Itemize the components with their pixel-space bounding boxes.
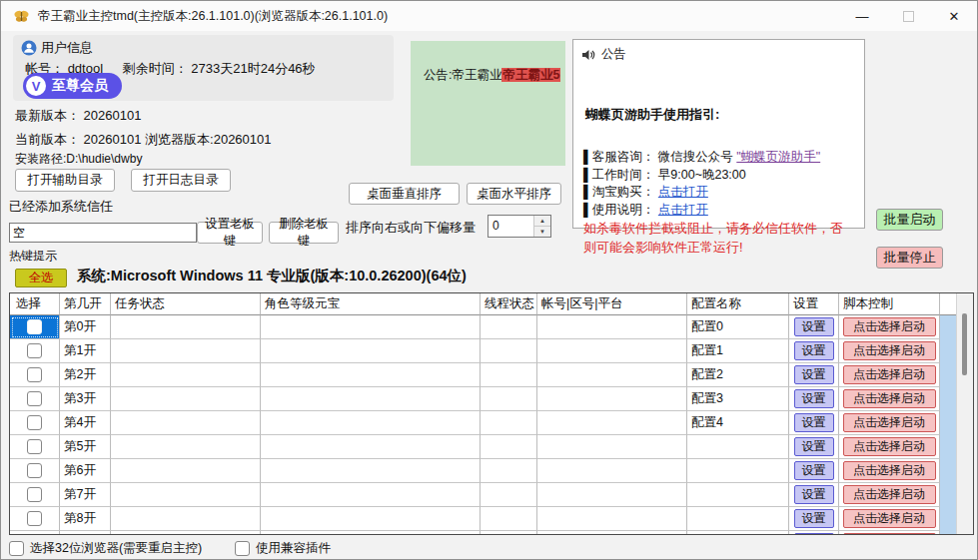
- row-index-label: 第8开: [60, 507, 111, 531]
- delete-boss-key-button[interactable]: 删除老板键: [269, 222, 339, 244]
- row-script-button[interactable]: 点击选择启动: [843, 509, 936, 528]
- row-script-button[interactable]: 点击选择启动: [843, 341, 936, 360]
- wechat-account-link[interactable]: "蝴蝶页游助手": [736, 150, 820, 164]
- minimize-button[interactable]: —: [839, 1, 885, 31]
- row-settings-button[interactable]: 设置: [794, 509, 834, 528]
- window-title: 帝王霸业主控tmd(主控版本:26.1.101.0)(浏览器版本:26.1.10…: [38, 8, 388, 25]
- row-task-status: [111, 459, 261, 483]
- announcement-title: 公告: [601, 46, 626, 63]
- row-script-button[interactable]: 点击选择启动: [843, 365, 936, 384]
- spinner-down-icon[interactable]: ▼: [534, 227, 550, 237]
- header-filler: [940, 293, 957, 315]
- open-assist-dir-button[interactable]: 打开辅助目录: [15, 169, 115, 192]
- row-thread-status: [481, 387, 537, 411]
- row-settings-button[interactable]: 设置: [794, 317, 834, 336]
- row-index-label: 第2开: [60, 363, 111, 387]
- row-script-button[interactable]: 点击选择启动: [843, 533, 936, 535]
- row-checkbox[interactable]: [27, 343, 42, 358]
- row-select-cell[interactable]: [10, 483, 60, 507]
- manual-open-link[interactable]: 点击打开: [658, 203, 708, 217]
- row-select-cell[interactable]: [10, 363, 60, 387]
- batch-start-button[interactable]: 批量启动: [876, 209, 943, 231]
- row-settings-button[interactable]: 设置: [794, 389, 834, 408]
- row-select-cell[interactable]: [10, 387, 60, 411]
- boss-key-input[interactable]: [9, 223, 197, 243]
- row-checkbox[interactable]: [27, 391, 42, 406]
- row-settings-button[interactable]: 设置: [794, 413, 834, 432]
- browser-32bit-checkbox[interactable]: [9, 541, 24, 556]
- row-checkbox[interactable]: [27, 511, 42, 526]
- row-role-level: [261, 411, 481, 435]
- select-all-button[interactable]: 全选: [15, 269, 67, 287]
- row-select-cell[interactable]: [10, 459, 60, 483]
- column-header: 角色等级元宝: [261, 293, 481, 315]
- row-settings-button[interactable]: 设置: [794, 485, 834, 504]
- maximize-button[interactable]: [885, 1, 931, 31]
- row-config-name: [687, 531, 789, 535]
- close-button[interactable]: ✕: [931, 1, 977, 31]
- row-filler: [940, 339, 957, 363]
- row-account: [537, 435, 687, 459]
- row-script-button[interactable]: 点击选择启动: [843, 485, 936, 504]
- row-select-cell[interactable]: [10, 411, 60, 435]
- browser-32bit-option[interactable]: 选择32位浏览器(需要重启主控): [9, 540, 202, 557]
- instance-table: 选择第几开任务状态角色等级元宝线程状态帐号|区号|平台配置名称设置脚本控制 第0…: [9, 292, 974, 535]
- table-row: 第2开 配置2 设置 点击选择启动: [10, 363, 957, 387]
- remaining-time-value: 2733天21时24分46秒: [191, 61, 315, 76]
- column-header: 第几开: [60, 293, 111, 315]
- row-index-label: 第0开: [60, 315, 111, 339]
- row-settings-button[interactable]: 设置: [794, 365, 834, 384]
- compat-plugin-checkbox[interactable]: [235, 541, 250, 556]
- user-icon: [21, 40, 37, 56]
- row-task-status: [111, 411, 261, 435]
- row-checkbox[interactable]: [27, 367, 42, 382]
- row-index-label: 第6开: [60, 459, 111, 483]
- row-task-status: [111, 483, 261, 507]
- row-settings-button[interactable]: 设置: [794, 437, 834, 456]
- row-thread-status: [481, 411, 537, 435]
- set-boss-key-button[interactable]: 设置老板键: [197, 222, 263, 244]
- row-filler: [940, 483, 957, 507]
- row-account: [537, 339, 687, 363]
- row-script-button[interactable]: 点击选择启动: [843, 437, 936, 456]
- row-account: [537, 387, 687, 411]
- row-script-button[interactable]: 点击选择启动: [843, 389, 936, 408]
- row-checkbox[interactable]: [27, 487, 42, 502]
- sort-offset-spinner[interactable]: 0 ▲ ▼: [488, 215, 551, 238]
- row-select-cell[interactable]: [10, 507, 60, 531]
- row-settings-button[interactable]: 设置: [794, 461, 834, 480]
- row-settings-button[interactable]: 设置: [794, 341, 834, 360]
- column-header: 设置: [789, 293, 839, 315]
- scrollbar-thumb[interactable]: [962, 313, 967, 375]
- row-thread-status: [481, 531, 537, 535]
- row-script-button[interactable]: 点击选择启动: [843, 413, 936, 432]
- table-scrollbar[interactable]: [956, 293, 973, 534]
- antivirus-warning-text: 如杀毒软件拦截或阻止，请务必信任软件，否则可能会影响软件正常运行!: [583, 219, 855, 257]
- spinner-up-icon[interactable]: ▲: [534, 216, 550, 227]
- work-time-line: ▌工作时间： 早9:00~晚23:00: [583, 167, 820, 185]
- row-select-cell[interactable]: [10, 339, 60, 363]
- row-filler: [940, 531, 957, 535]
- row-select-cell[interactable]: [10, 315, 60, 339]
- row-script-button[interactable]: 点击选择启动: [843, 317, 936, 336]
- row-index-label: 第4开: [60, 411, 111, 435]
- row-thread-status: [481, 459, 537, 483]
- open-log-dir-button[interactable]: 打开日志目录: [131, 169, 231, 192]
- row-checkbox[interactable]: [27, 415, 42, 430]
- batch-stop-button[interactable]: 批量停止: [876, 247, 943, 269]
- taobao-open-link[interactable]: 点击打开: [658, 185, 708, 199]
- desktop-horizontal-sort-button[interactable]: 桌面水平排序: [467, 183, 561, 205]
- desktop-vertical-sort-button[interactable]: 桌面垂直排序: [349, 183, 460, 205]
- row-select-cell[interactable]: [10, 531, 60, 535]
- row-select-cell[interactable]: [10, 435, 60, 459]
- row-checkbox[interactable]: [27, 463, 42, 478]
- row-settings-button[interactable]: 设置: [794, 533, 834, 535]
- row-role-level: [261, 339, 481, 363]
- compat-plugin-option[interactable]: 使用兼容插件: [235, 540, 331, 557]
- table-body: 选择第几开任务状态角色等级元宝线程状态帐号|区号|平台配置名称设置脚本控制 第0…: [10, 293, 957, 534]
- row-checkbox[interactable]: [27, 319, 42, 334]
- sort-offset-value[interactable]: 0: [489, 216, 533, 237]
- row-config-name: 配置4: [687, 411, 789, 435]
- row-script-button[interactable]: 点击选择启动: [843, 461, 936, 480]
- row-checkbox[interactable]: [27, 439, 42, 454]
